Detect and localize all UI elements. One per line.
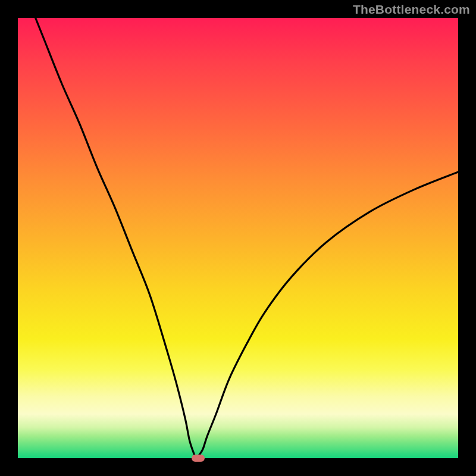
bottleneck-curve: [18, 18, 458, 458]
watermark-text: TheBottleneck.com: [353, 2, 470, 17]
chart-frame: TheBottleneck.com: [0, 0, 476, 476]
plot-area: [18, 18, 458, 458]
minimum-marker: [192, 455, 205, 462]
